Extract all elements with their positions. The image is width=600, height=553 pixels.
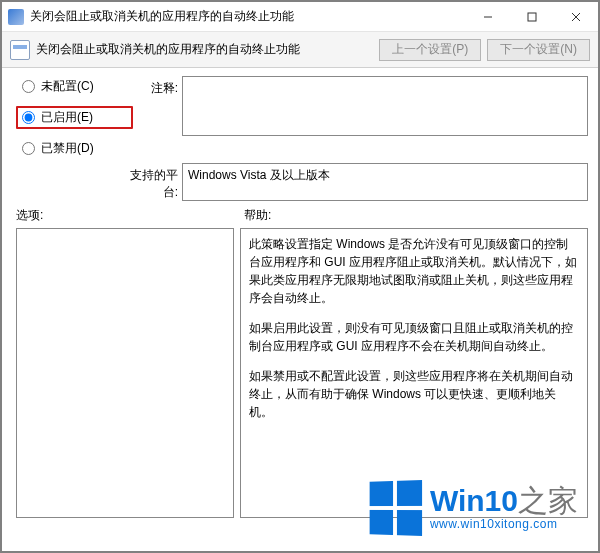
next-setting-button[interactable]: 下一个设置(N) <box>487 39 590 61</box>
state-radio-group: 未配置(C) 已启用(E) 已禁用(D) <box>22 76 127 157</box>
svg-rect-1 <box>528 13 536 21</box>
lower-labels: 选项: 帮助: <box>2 205 598 226</box>
help-label: 帮助: <box>244 207 271 224</box>
close-button[interactable] <box>554 2 598 31</box>
policy-header: 关闭会阻止或取消关机的应用程序的自动终止功能 上一个设置(P) 下一个设置(N) <box>2 32 598 68</box>
maximize-button[interactable] <box>510 2 554 31</box>
options-label: 选项: <box>16 207 244 224</box>
policy-icon <box>10 40 30 60</box>
radio-disabled[interactable]: 已禁用(D) <box>22 140 127 157</box>
options-panel[interactable] <box>16 228 234 518</box>
comment-label: 注释: <box>127 76 182 97</box>
window-controls <box>466 2 598 31</box>
previous-setting-button[interactable]: 上一个设置(P) <box>379 39 481 61</box>
radio-not-configured-label: 未配置(C) <box>41 78 94 95</box>
help-paragraph: 此策略设置指定 Windows 是否允许没有可见顶级窗口的控制台应用程序和 GU… <box>249 235 579 307</box>
radio-disabled-label: 已禁用(D) <box>41 140 94 157</box>
supported-label: 支持的平台: <box>127 163 182 201</box>
lower-panels: 此策略设置指定 Windows 是否允许没有可见顶级窗口的控制台应用程序和 GU… <box>2 226 598 526</box>
help-paragraph: 如果禁用或不配置此设置，则这些应用程序将在关机期间自动终止，从而有助于确保 Wi… <box>249 367 579 421</box>
title-bar: 关闭会阻止或取消关机的应用程序的自动终止功能 <box>2 2 598 32</box>
app-icon <box>8 9 24 25</box>
radio-enabled-input[interactable] <box>22 111 35 124</box>
radio-enabled[interactable]: 已启用(E) <box>16 106 133 129</box>
comment-textarea[interactable] <box>182 76 588 136</box>
radio-enabled-label: 已启用(E) <box>41 109 93 126</box>
minimize-button[interactable] <box>466 2 510 31</box>
radio-not-configured[interactable]: 未配置(C) <box>22 78 127 95</box>
help-paragraph: 如果启用此设置，则没有可见顶级窗口且阻止或取消关机的控制台应用程序或 GUI 应… <box>249 319 579 355</box>
radio-not-configured-input[interactable] <box>22 80 35 93</box>
radio-disabled-input[interactable] <box>22 142 35 155</box>
supported-on-text: Windows Vista 及以上版本 <box>182 163 588 201</box>
configuration-area: 未配置(C) 已启用(E) 已禁用(D) 注释: 支持的平台: Windows … <box>2 68 598 205</box>
window-title: 关闭会阻止或取消关机的应用程序的自动终止功能 <box>30 8 466 25</box>
help-panel[interactable]: 此策略设置指定 Windows 是否允许没有可见顶级窗口的控制台应用程序和 GU… <box>240 228 588 518</box>
policy-title: 关闭会阻止或取消关机的应用程序的自动终止功能 <box>36 41 373 58</box>
